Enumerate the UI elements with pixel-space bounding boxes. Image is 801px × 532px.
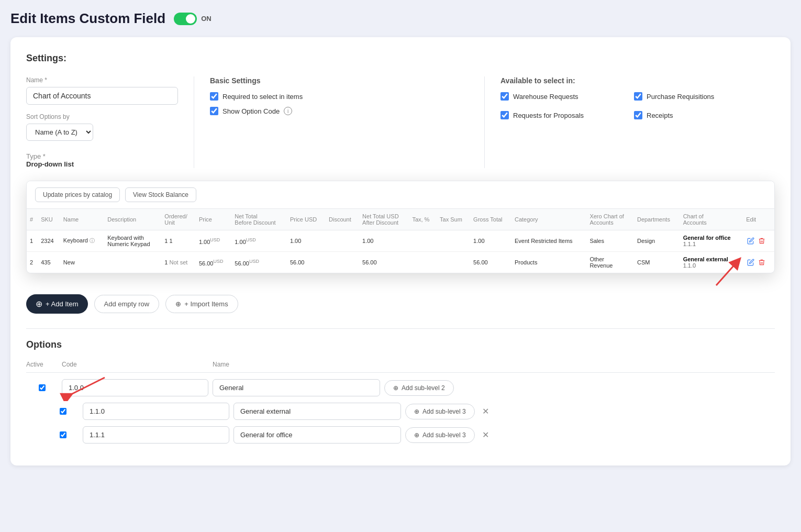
cell-num-2: 2 (27, 252, 38, 273)
cell-tax-pct-2 (409, 252, 437, 273)
option-3-checkbox[interactable] (60, 431, 66, 438)
import-label: + Import Items (184, 300, 228, 308)
add-sub-label: Add sub-level 2 (402, 384, 445, 392)
name-label: Name * (26, 76, 178, 84)
th-departments: Departments (634, 209, 680, 230)
cell-xero-1: Sales (586, 230, 634, 252)
checkbox-required: Required to select in items (210, 92, 469, 101)
checkbox-rfp: Requests for Proposals (500, 111, 626, 119)
table-row: 2 435 New 1 Not set 56.00USD 56.00USD 56… (27, 252, 774, 273)
cell-tax-pct-1 (409, 230, 437, 252)
add-sub-level-2-btn[interactable]: ⊕ Add sub-level 2 (384, 380, 454, 396)
cell-dept-1: Design (634, 230, 680, 252)
cell-name-1: Keyboard ⓘ (60, 230, 104, 252)
checkbox-show-code-label: Show Option Code (222, 107, 280, 115)
cell-net-after-2: 56.00 (359, 252, 409, 273)
option-2-checkbox[interactable] (60, 408, 66, 415)
page-header: Edit Items Custom Field ON (10, 10, 791, 27)
th-edit: Edit (743, 209, 774, 230)
cell-net-before-2: 56.00USD (231, 252, 287, 273)
checkbox-receipts-input[interactable] (634, 111, 642, 119)
section-divider (26, 328, 775, 329)
cell-category-2: Products (511, 252, 586, 273)
cell-coa-2: General external1.1.0 (680, 252, 743, 273)
settings-grid: Name * Sort Options by Name (A to Z) Typ… (26, 76, 775, 168)
cell-num-1: 1 (27, 230, 38, 252)
show-code-info-icon[interactable]: i (284, 107, 292, 115)
delete-option-3-btn[interactable]: ✕ (480, 428, 491, 442)
update-prices-btn[interactable]: Update prices by catalog (35, 187, 120, 202)
checkbox-show-code-input[interactable] (210, 107, 218, 115)
checkbox-purchase-label: Purchase Requisitions (647, 93, 714, 101)
cell-dept-2: CSM (634, 252, 680, 273)
edit-btn-1[interactable] (746, 236, 755, 246)
cell-sku-2: 435 (38, 252, 60, 273)
option-3-checkbox-cell (47, 431, 79, 438)
th-ordered-unit: Ordered/Unit (161, 209, 196, 230)
sort-select[interactable]: Name (A to Z) (26, 124, 93, 141)
toggle-wrapper: ON (174, 13, 212, 25)
delete-option-2-btn[interactable]: ✕ (480, 404, 491, 418)
option-1-name-input[interactable] (213, 379, 380, 396)
option-3-name-input[interactable] (233, 426, 401, 444)
delete-btn-1[interactable] (757, 236, 766, 246)
sort-label: Sort Options by (26, 113, 178, 120)
cell-discount-1 (326, 230, 359, 252)
settings-col-name: Name * Sort Options by Name (A to Z) Typ… (26, 76, 194, 168)
available-title: Available to select in: (500, 76, 759, 85)
view-stock-btn[interactable]: View Stock Balance (125, 187, 196, 202)
type-section: Type * Drop-down list (26, 152, 178, 168)
options-header: Active Code Name (26, 361, 775, 373)
add-item-icon: ⊕ (36, 299, 42, 309)
option-2-name-input[interactable] (233, 403, 401, 420)
cell-tax-sum-1 (437, 230, 470, 252)
toggle-switch[interactable] (174, 13, 197, 25)
cell-coa-1: General for office1.1.1 (680, 230, 743, 252)
add-empty-label: Add empty row (104, 300, 150, 308)
th-tax-sum: Tax Sum (437, 209, 470, 230)
option-row-3-wrapper: ⊕ Add sub-level 3 ✕ (47, 426, 775, 444)
option-3-code-input[interactable] (83, 426, 229, 444)
edit-btn-2[interactable] (746, 258, 755, 267)
delete-btn-2[interactable] (757, 258, 766, 267)
cell-ordered-1: 1 1 (161, 230, 196, 252)
cell-gross-2: 56.00 (470, 252, 511, 273)
import-items-btn[interactable]: ⊕ + Import Items (165, 295, 238, 313)
checkbox-purchase-input[interactable] (634, 92, 642, 101)
checkbox-warehouse-input[interactable] (500, 92, 509, 101)
add-empty-row-btn[interactable]: Add empty row (94, 295, 160, 313)
cell-desc-2 (104, 252, 161, 273)
th-tax-pct: Tax, % (409, 209, 437, 230)
option-1-checkbox[interactable] (39, 384, 46, 391)
cell-ordered-2: 1 Not set (161, 252, 196, 273)
options-title: Options (26, 339, 775, 350)
toggle-label: ON (201, 15, 212, 23)
cell-desc-1: Keyboard withNumeric Keypad (104, 230, 161, 252)
option-2-code-input[interactable] (83, 403, 229, 420)
th-net-after: Net Total USDAfter Discount (359, 209, 409, 230)
cell-gross-1: 1.00 (470, 230, 511, 252)
cell-net-after-1: 1.00 (359, 230, 409, 252)
th-sku: SKU (38, 209, 60, 230)
checkbox-rfp-label: Requests for Proposals (513, 112, 584, 119)
cell-tax-sum-2 (437, 252, 470, 273)
main-card: Settings: Name * Sort Options by Name (A… (10, 37, 791, 465)
th-discount: Discount (326, 209, 359, 230)
th-name: Name (60, 209, 104, 230)
cell-category-1: Event Restricted Items (511, 230, 586, 252)
checkbox-purchase: Purchase Requisitions (634, 92, 759, 101)
th-price: Price (196, 209, 231, 230)
th-chart-of-accounts: Chart ofAccounts (680, 209, 743, 230)
name-input[interactable] (26, 87, 178, 105)
add-item-btn[interactable]: ⊕ + Add Item (26, 294, 88, 314)
checkbox-required-input[interactable] (210, 92, 218, 101)
settings-col-basic: Basic Settings Required to select in ite… (194, 76, 484, 168)
add-sub-level-3-btn-1[interactable]: ⊕ Add sub-level 3 (405, 404, 475, 419)
cell-edit-2 (743, 252, 774, 273)
th-xero-coa: Xero Chart ofAccounts (586, 209, 634, 230)
cell-price-2: 56.00USD (196, 252, 231, 273)
checkbox-rfp-input[interactable] (500, 111, 509, 119)
option-1-code-input[interactable] (62, 379, 208, 396)
add-sub-level-3-btn-2[interactable]: ⊕ Add sub-level 3 (405, 427, 475, 443)
action-row: ⊕ + Add Item Add empty row ⊕ + Import It… (26, 294, 775, 314)
